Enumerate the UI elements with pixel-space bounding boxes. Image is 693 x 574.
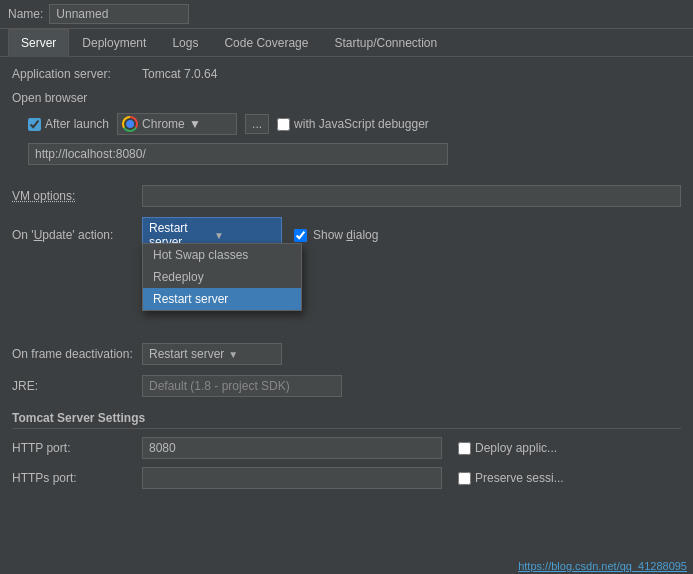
frame-dropdown-arrow: ▼ xyxy=(228,349,238,360)
vm-options-label: VM options: xyxy=(12,189,142,203)
deploy-applic-label: Deploy applic... xyxy=(475,441,557,455)
after-launch-label: After launch xyxy=(45,117,109,131)
tomcat-settings-section: Tomcat Server Settings HTTP port: Deploy… xyxy=(12,411,681,489)
browser-name: Chrome xyxy=(142,117,185,131)
app-server-label: Application server: xyxy=(12,67,142,81)
server-content: Application server: Tomcat 7.0.64 Open b… xyxy=(0,57,693,507)
tab-code-coverage[interactable]: Code Coverage xyxy=(211,29,321,57)
name-input[interactable] xyxy=(49,4,189,24)
browser-dropdown[interactable]: Chrome ▼ xyxy=(117,113,237,135)
open-browser-section: Open browser After launch Chrome ▼ ... w… xyxy=(12,91,681,165)
jre-row: JRE: Default (1.8 - project SDK) xyxy=(12,375,681,397)
jre-value: Default (1.8 - project SDK) xyxy=(149,379,290,393)
frame-deactivation-dropdown[interactable]: Restart server ▼ xyxy=(142,343,282,365)
name-label: Name: xyxy=(8,7,43,21)
frame-deactivation-label: On frame deactivation: xyxy=(12,347,142,361)
deploy-applic-wrap: Deploy applic... xyxy=(458,441,557,455)
vm-options-input[interactable] xyxy=(142,185,681,207)
url-row xyxy=(28,143,681,165)
deploy-applic-checkbox[interactable] xyxy=(458,442,471,455)
tab-deployment[interactable]: Deployment xyxy=(69,29,159,57)
after-launch-wrap: After launch xyxy=(28,117,109,131)
tabs-bar: Server Deployment Logs Code Coverage Sta… xyxy=(0,29,693,57)
jre-label: JRE: xyxy=(12,379,142,393)
tab-logs[interactable]: Logs xyxy=(159,29,211,57)
http-port-input[interactable] xyxy=(142,437,442,459)
http-port-row: HTTP port: Deploy applic... xyxy=(12,437,681,459)
preserve-sessi-label: Preserve sessi... xyxy=(475,471,564,485)
https-port-row: HTTPs port: Preserve sessi... xyxy=(12,467,681,489)
update-action-row: On 'Update' action: Restart server ▼ Hot… xyxy=(12,217,681,253)
js-debugger-checkbox[interactable] xyxy=(277,118,290,131)
preserve-sessi-checkbox[interactable] xyxy=(458,472,471,485)
browser-dropdown-arrow: ▼ xyxy=(189,117,232,131)
js-debugger-label: with JavaScript debugger xyxy=(294,117,429,131)
tab-startup-connection[interactable]: Startup/Connection xyxy=(321,29,450,57)
browser-row: After launch Chrome ▼ ... with JavaScrip… xyxy=(28,113,681,135)
tomcat-settings-title: Tomcat Server Settings xyxy=(12,411,681,429)
frame-deactivation-row: On frame deactivation: Restart server ▼ xyxy=(12,343,681,365)
jre-input-wrap[interactable]: Default (1.8 - project SDK) xyxy=(142,375,342,397)
option-hot-swap[interactable]: Hot Swap classes xyxy=(143,244,301,266)
https-port-input[interactable] xyxy=(142,467,442,489)
js-debugger-wrap: with JavaScript debugger xyxy=(277,117,429,131)
open-browser-title: Open browser xyxy=(12,91,681,105)
app-server-row: Application server: Tomcat 7.0.64 xyxy=(12,67,681,81)
status-bar: https://blog.csdn.net/qq_41288095 xyxy=(512,558,693,574)
show-dialog-label: Show dialog xyxy=(313,228,378,242)
status-url[interactable]: https://blog.csdn.net/qq_41288095 xyxy=(518,560,687,572)
show-dialog-wrap: Show dialog xyxy=(294,228,378,242)
after-launch-checkbox[interactable] xyxy=(28,118,41,131)
app-server-value: Tomcat 7.0.64 xyxy=(142,67,217,81)
show-dialog-checkbox[interactable] xyxy=(294,229,307,242)
name-bar: Name: xyxy=(0,0,693,29)
url-input[interactable] xyxy=(28,143,448,165)
frame-deactivation-selected: Restart server xyxy=(149,347,224,361)
vm-options-row: VM options: xyxy=(12,185,681,207)
option-redeploy[interactable]: Redeploy xyxy=(143,266,301,288)
option-restart-server[interactable]: Restart server xyxy=(143,288,301,310)
dots-button[interactable]: ... xyxy=(245,114,269,134)
update-dropdown-arrow: ▼ xyxy=(214,230,275,241)
preserve-sessi-wrap: Preserve sessi... xyxy=(458,471,564,485)
update-action-label: On 'Update' action: xyxy=(12,228,142,242)
https-port-label: HTTPs port: xyxy=(12,471,142,485)
http-port-label: HTTP port: xyxy=(12,441,142,455)
chrome-icon xyxy=(122,116,138,132)
tab-server[interactable]: Server xyxy=(8,29,69,57)
update-action-menu: Hot Swap classes Redeploy Restart server xyxy=(142,243,302,311)
